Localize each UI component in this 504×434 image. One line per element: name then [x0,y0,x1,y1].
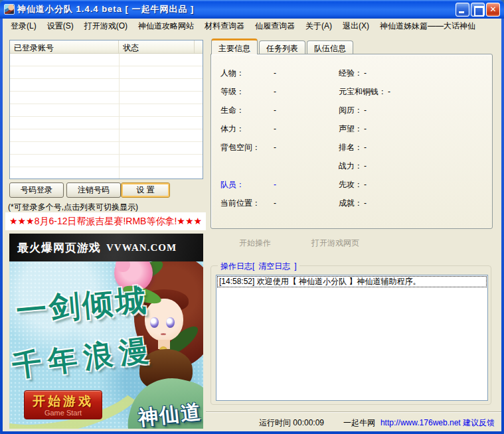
info-row-achievement: 成就： - [339,194,390,212]
start-operation-button[interactable]: 开始操作 [223,236,287,251]
info-column-left: 人物： - 等级： - 生命： - 体力： - 背包空间： - [220,64,276,212]
close-button[interactable]: ✕ [486,3,500,17]
menu-strategy-site[interactable]: 神仙道攻略网站 [133,19,199,34]
column-divider [119,54,120,179]
field-value: - [274,124,276,133]
game-start-button[interactable]: 开始游戏 Game Start [24,390,102,419]
field-value: - [274,106,276,115]
field-label: 体力： [220,123,274,135]
info-column-right: 经验： - 元宝和铜钱： - 阅历： - 声望： - 排名： - [339,64,390,212]
main-info-panel: 人物： - 等级： - 生命： - 体力： - 背包空间： - [210,54,493,229]
info-row-initiative: 先攻： - [339,175,390,194]
column-header-account[interactable]: 已登录账号 [10,40,119,53]
field-value: - [274,143,276,152]
menu-bar: 登录(L) 设置(S) 打开游戏(O) 神仙道攻略网站 材料查询器 仙履查询器 … [3,19,501,33]
tab-team-info[interactable]: 队伍信息 [307,40,353,54]
info-row-backpack: 背包空间： - [220,138,276,157]
field-label: 等级： [220,86,274,98]
team-members-link-label[interactable]: 队员： [220,179,274,190]
info-row-currency: 元宝和铜钱： - [339,82,390,101]
info-row-life: 生命： - [220,101,276,119]
status-right-group: 一起牛网 http://www.176web.net 建议反馈 [343,417,495,429]
field-label: 经验： [339,68,363,79]
info-tabs: 主要信息 任务列表 队伍信息 [211,40,355,54]
banner-header-strip: 最火爆网页游戏 VVWAN.COM [9,234,203,261]
minimize-button[interactable] [456,3,469,17]
field-value: - [364,198,367,208]
field-value: - [388,87,390,96]
menu-login[interactable]: 登录(L) [5,19,42,34]
feedback-link[interactable]: http://www.176web.net 建议反馈 [380,417,495,429]
field-label: 当前位置： [220,198,274,209]
log-caption-close: ] [294,261,296,271]
field-label: 排名： [339,142,363,153]
settings-button[interactable]: 设 置 [121,182,170,198]
brand-label: 一起牛网 [343,417,375,429]
account-list-header: 已登录账号 状态 [10,40,203,54]
field-value: - [364,143,367,152]
info-row-spacer [220,157,276,175]
info-row-location: 当前位置： - [220,194,276,212]
field-label: 战力： [339,161,363,172]
tab-task-list[interactable]: 任务列表 [259,40,305,54]
field-label: 人物： [220,68,274,79]
field-label: 元宝和铜钱： [339,86,386,98]
tab-main-info[interactable]: 主要信息 [211,38,258,54]
log-caption: 操作日志[清空日志] [218,261,299,272]
maximize-button[interactable] [471,3,485,17]
open-game-page-button[interactable]: 打开游戏网页 [299,236,372,251]
log-entry-selected[interactable]: [14:58:52] 欢迎使用【 神仙道小分队 】神仙道辅助程序。 [217,276,487,287]
client-area: 登录(L) 设置(S) 打开游戏(O) 神仙道攻略网站 材料查询器 仙履查询器 … [3,19,501,431]
field-value: - [364,106,367,115]
runtime-status: 运行时间 00:00:09 [259,417,324,429]
field-value: - [274,87,276,96]
column-header-status[interactable]: 状态 [119,40,195,53]
operation-log-group: 操作日志[清空日志] [14:58:52] 欢迎使用【 神仙道小分队 】神仙道辅… [210,265,491,405]
menu-settings[interactable]: 设置(S) [42,19,79,34]
info-row-character: 人物： - [220,64,276,82]
menu-exit[interactable]: 退出(X) [337,19,375,34]
status-bar: 运行时间 00:00:09 一起牛网 http://www.176web.net… [206,411,501,431]
character-eye [150,317,159,328]
game-start-label-cn: 开始游戏 [25,393,102,410]
title-bar: 神仙道小分队 1.4.4 beta [ 一起牛网出品 ] ✕ [0,0,504,19]
info-row-exp: 经验： - [339,64,390,82]
account-list: 已登录账号 状态 [9,40,203,179]
event-announcement: ★★★8月6-12日帮派吉星赛!RMB等你拿!★★★ [5,212,206,230]
account-login-button[interactable]: 号码登录 [9,182,64,198]
clear-log-link[interactable]: 清空日志 [258,261,290,271]
ad-banner[interactable]: 最火爆网页游戏 VVWAN.COM 一剑倾城 千年浪漫 开始游戏 Game St… [9,234,203,429]
character-eye [166,317,175,328]
field-label: 阅历： [339,105,363,116]
multi-account-note: (*可登录多个号,点击列表可切换显示) [8,202,138,213]
account-logout-button[interactable]: 注销号码 [66,182,121,198]
app-icon[interactable] [4,4,15,15]
info-row-rank: 排名： - [339,138,390,157]
team-members-link-value[interactable]: - [274,180,276,189]
app-window: 神仙道小分队 1.4.4 beta [ 一起牛网出品 ] ✕ 登录(L) 设置(… [0,0,504,434]
field-label: 声望： [339,123,363,135]
info-row-reputation: 声望： - [339,119,390,138]
menu-sister-game[interactable]: 神仙道姊妹篇——大话神仙 [375,19,481,34]
window-controls: ✕ [456,3,500,17]
info-row-team-members: 队员： - [220,175,276,194]
menu-open-game[interactable]: 打开游戏(O) [79,19,133,34]
field-value: - [364,124,367,133]
field-label: 背包空间： [220,142,274,153]
log-caption-text: 操作日志[ [220,261,254,271]
field-value: - [364,180,367,189]
info-row-level: 等级： - [220,82,276,101]
log-listbox[interactable]: [14:58:52] 欢迎使用【 神仙道小分队 】神仙道辅助程序。 [216,275,488,401]
banner-header-text: 最火爆网页游戏 [17,240,101,255]
column-header-spacer [195,40,203,53]
banner-site-url: VVWAN.COM [106,242,177,253]
field-label: 先攻： [339,179,363,190]
field-label: 生命： [220,105,274,116]
window-title: 神仙道小分队 1.4.4 beta [ 一起牛网出品 ] [17,3,456,15]
account-list-body[interactable] [10,54,203,179]
info-row-combat-power: 战力： - [339,157,390,175]
menu-xianlv-query[interactable]: 仙履查询器 [250,19,300,34]
info-row-knowledge: 阅历： - [339,101,390,119]
menu-material-query[interactable]: 材料查询器 [199,19,250,34]
menu-about[interactable]: 关于(A) [300,19,337,34]
